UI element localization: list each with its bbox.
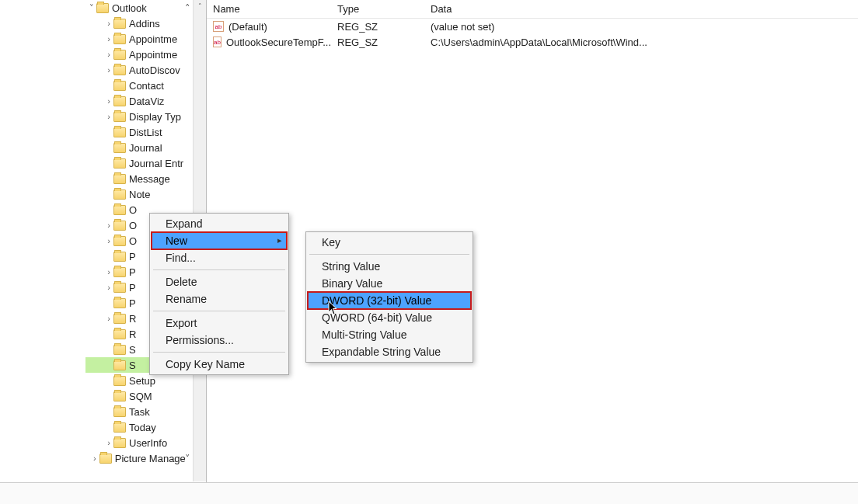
tree-item[interactable]: ›UserInfo	[85, 435, 206, 450]
folder-icon	[113, 236, 126, 246]
tree-item[interactable]: Message	[85, 171, 206, 186]
menu-item-expand[interactable]: Expand	[152, 215, 287, 232]
menu-separator	[153, 311, 285, 311]
folder-icon	[113, 391, 126, 401]
menu-item-delete[interactable]: Delete	[152, 273, 287, 290]
expand-icon[interactable]: ›	[104, 236, 113, 245]
cell-data: (value not set)	[424, 19, 858, 34]
menu-item-find[interactable]: Find...	[152, 249, 287, 266]
expand-icon[interactable]: ›	[104, 65, 113, 75]
folder-icon	[113, 221, 126, 231]
tree-label: R	[129, 313, 136, 325]
tree-label: DistList	[129, 127, 162, 138]
cell-type: REG_SZ	[331, 19, 424, 34]
col-header-name[interactable]: Name	[207, 0, 331, 18]
status-bar	[0, 482, 858, 504]
scroll-up-arrow[interactable]: ˄	[194, 0, 206, 13]
table-row[interactable]: abOutlookSecureTempF...REG_SZC:\Users\ad…	[207, 34, 858, 50]
tree-label: Task	[129, 406, 150, 418]
tree-item[interactable]: Today	[85, 419, 206, 435]
folder-icon	[113, 267, 126, 277]
tree-label: O	[129, 204, 137, 216]
tree-label: AutoDiscov	[129, 64, 180, 76]
expand-icon[interactable]: ›	[104, 50, 113, 59]
expand-icon[interactable]: ›	[104, 438, 113, 447]
tree-item[interactable]: ›Appointme	[85, 47, 206, 62]
expand-icon[interactable]: ›	[104, 96, 113, 106]
folder-icon	[96, 3, 109, 13]
tree-label: P	[129, 282, 136, 294]
scroll-up-indicator: ˄	[185, 2, 190, 14]
folder-icon	[113, 143, 126, 153]
submenu-new: KeyString ValueBinary ValueDWORD (32-bit…	[305, 231, 473, 363]
tree-label: Appointme	[129, 33, 177, 45]
tree-item[interactable]: ›Addins	[85, 16, 206, 31]
tree-item[interactable]: ›AutoDiscov	[85, 62, 206, 78]
submenu-item-string-value[interactable]: String Value	[308, 258, 471, 275]
menu-item-copy-key-name[interactable]: Copy Key Name	[152, 356, 287, 373]
folder-icon	[113, 34, 126, 44]
tree-item[interactable]: Contact	[85, 78, 206, 93]
tree-label: UserInfo	[129, 437, 167, 449]
tree-label: Picture Manage	[115, 453, 185, 464]
table-row[interactable]: ab(Default)REG_SZ(value not set)	[207, 19, 858, 34]
folder-icon	[113, 422, 126, 433]
expand-icon[interactable]: ›	[104, 314, 113, 323]
tree-label: O	[129, 220, 137, 231]
expand-icon[interactable]: ›	[90, 454, 99, 463]
tree-label: DataViz	[129, 96, 164, 107]
tree-item-outlook[interactable]: ˅Outlook˄	[85, 0, 206, 16]
menu-item-export[interactable]: Export	[152, 315, 287, 332]
expand-icon[interactable]: ›	[104, 19, 113, 28]
expand-icon[interactable]: ›	[104, 112, 113, 121]
folder-icon	[113, 283, 126, 293]
menu-item-permissions[interactable]: Permissions...	[152, 332, 287, 349]
tree-label: Setup	[129, 375, 155, 387]
tree-item[interactable]: Note	[85, 186, 206, 202]
folder-icon	[113, 376, 126, 386]
submenu-item-binary-value[interactable]: Binary Value	[308, 275, 471, 292]
tree-label: P	[129, 297, 136, 309]
tree-item[interactable]: ›Display Typ	[85, 109, 206, 124]
tree-label: Message	[129, 173, 170, 185]
expand-icon[interactable]: ›	[104, 34, 113, 43]
tree-label: Journal	[129, 142, 162, 154]
collapse-icon[interactable]: ˅	[87, 3, 96, 13]
submenu-item-expandable-string-value[interactable]: Expandable String Value	[308, 343, 471, 360]
col-header-data[interactable]: Data	[424, 0, 858, 18]
tree-label: O	[129, 235, 137, 247]
col-header-type[interactable]: Type	[331, 0, 424, 18]
expand-icon[interactable]: ›	[104, 267, 113, 276]
folder-icon	[113, 65, 126, 75]
values-header[interactable]: Name Type Data	[207, 0, 858, 19]
tree-label: Outlook	[112, 2, 147, 14]
folder-icon	[113, 127, 126, 137]
tree-item[interactable]: SQM	[85, 388, 206, 404]
folder-icon	[113, 112, 126, 122]
tree-label: P	[129, 266, 136, 278]
cell-data: C:\Users\admin\AppData\Local\Microsoft\W…	[424, 35, 858, 50]
submenu-item-qword-64-bit-value[interactable]: QWORD (64-bit) Value	[308, 309, 471, 326]
cell-name: abOutlookSecureTempF...	[207, 35, 331, 50]
tree-item[interactable]: ›DataViz	[85, 93, 206, 109]
tree-item[interactable]: Task	[85, 404, 206, 419]
reg-sz-icon: ab	[213, 21, 224, 32]
tree-item[interactable]: DistList	[85, 124, 206, 140]
submenu-item-key[interactable]: Key	[308, 234, 471, 251]
menu-item-new[interactable]: New▸	[152, 232, 287, 249]
expand-icon[interactable]: ›	[104, 283, 113, 292]
folder-icon	[113, 438, 126, 448]
tree-item[interactable]: Setup	[85, 373, 206, 388]
folder-icon	[113, 96, 126, 106]
expand-icon[interactable]: ›	[104, 221, 113, 230]
submenu-arrow-icon: ▸	[277, 235, 282, 245]
tree-item-picture-manager[interactable]: ›Picture Manage˅	[85, 450, 206, 466]
tree-item[interactable]: Journal Entr	[85, 155, 206, 171]
folder-icon	[113, 174, 126, 184]
tree-item[interactable]: ›Appointme	[85, 31, 206, 47]
submenu-item-multi-string-value[interactable]: Multi-String Value	[308, 326, 471, 343]
submenu-item-dword-32-bit-value[interactable]: DWORD (32-bit) Value	[308, 292, 471, 309]
tree-item[interactable]: Journal	[85, 140, 206, 155]
folder-icon	[113, 50, 126, 60]
menu-item-rename[interactable]: Rename	[152, 290, 287, 308]
